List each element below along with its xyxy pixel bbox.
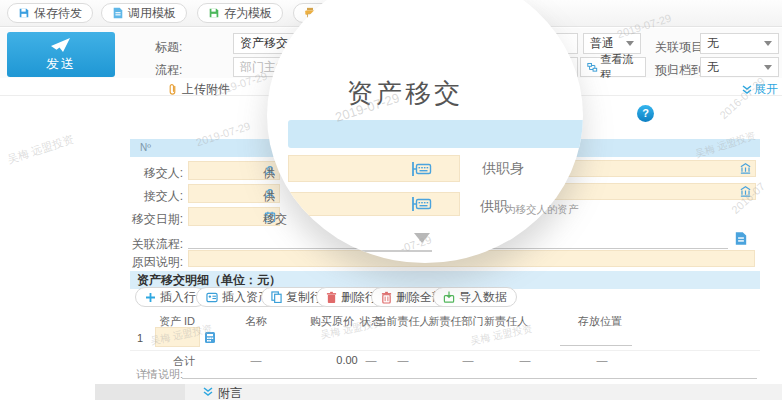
plus-icon (145, 292, 156, 303)
prearchive-value: 无 (707, 59, 719, 76)
import-icon (443, 291, 455, 303)
priority-value: 普通 (590, 35, 614, 52)
caret-down-icon (764, 41, 772, 46)
expand-link[interactable]: 展开 (742, 81, 778, 98)
organization-icon[interactable] (739, 185, 752, 198)
asset-id-input[interactable] (155, 327, 200, 347)
save-pending-button[interactable]: 保存待发 (7, 3, 93, 23)
total-price: 0.00 (336, 354, 357, 366)
import-data-button[interactable]: 导入数据 (433, 287, 517, 307)
double-chevron-down-icon (203, 387, 213, 397)
detail-note-input[interactable] (182, 368, 757, 379)
keyboard-select-icon (411, 161, 432, 177)
magnified-input-1 (288, 155, 460, 182)
paperclip-icon (167, 83, 178, 96)
hint-text: 为移交人的资产 (505, 203, 579, 217)
flow-label: 流程: (155, 62, 182, 79)
col-purchase-price: 购买原价 (310, 314, 354, 329)
save-icon (18, 7, 30, 19)
magnified-form-title: 资产移交 (347, 76, 463, 111)
postscript-label: 附言 (218, 385, 242, 400)
save-as-template-label: 存为模板 (224, 5, 272, 22)
row-index: 1 (137, 332, 143, 344)
title-label: 标题: (155, 39, 182, 56)
prearchive-label: 预归档到: (655, 62, 706, 79)
related-project-value: 无 (707, 35, 719, 52)
help-icon[interactable]: ? (637, 105, 654, 122)
organization-icon[interactable] (739, 162, 752, 175)
reason-label: 原因说明: (125, 254, 183, 271)
caret-down-icon (764, 65, 772, 70)
magnified-dropdown-arrow-icon (414, 233, 430, 243)
magnified-header-bar (288, 120, 583, 148)
template-save-icon (208, 7, 220, 19)
department-input-1[interactable] (548, 160, 756, 177)
magnified-input-2 (288, 192, 460, 216)
double-chevron-down-icon (742, 85, 752, 95)
mid-label-fragment-2: 供 (263, 188, 275, 205)
trash-all-icon (381, 291, 392, 304)
priority-select[interactable]: 普通 (583, 33, 641, 54)
form-number-label: Nº (140, 142, 151, 153)
magnified-label-2: 供职 (480, 198, 508, 216)
import-data-label: 导入数据 (459, 289, 507, 306)
col-current-owner: 当前责任人 (376, 314, 431, 329)
magnified-label-1: 供职身 (482, 160, 524, 178)
upload-attachment-label: 上传附件 (182, 81, 230, 98)
send-button[interactable]: 发送 (7, 32, 115, 77)
col-storage-location: 存放位置 (578, 314, 622, 329)
save-as-template-button[interactable]: 存为模板 (197, 3, 283, 23)
total-name: — (251, 354, 262, 366)
asset-transfer-form-screen: 保存待发 调用模板 存为模板 打印 发送 标题: 资产移交-[11.2供职部门]… (0, 0, 782, 400)
total-current-owner: — (398, 354, 409, 366)
asset-browse-icon[interactable] (204, 331, 216, 344)
save-pending-label: 保存待发 (34, 5, 82, 22)
load-template-button[interactable]: 调用模板 (101, 3, 187, 23)
department-input-2[interactable] (548, 183, 756, 200)
watermark: 吴梅 远盟投资 (5, 132, 75, 168)
detail-note-label: 详情说明: (136, 367, 183, 382)
transfer-date-label: 移交日期: (125, 211, 183, 228)
related-flow-label: 关联流程: (125, 236, 183, 253)
expand-label: 展开 (754, 81, 778, 98)
postscript-bar[interactable]: 附言 (95, 384, 782, 400)
detail-section-title: 资产移交明细（单位：元） (137, 273, 281, 287)
help-glyph: ? (642, 107, 649, 119)
trash-icon (326, 291, 337, 304)
id-card-icon (206, 292, 218, 303)
keyboard-select-icon (411, 196, 432, 212)
transferor-label: 移交人: (125, 165, 183, 182)
mid-label-fragment-1: 供 (263, 165, 275, 182)
upload-attachment-link[interactable]: 上传附件 (167, 81, 230, 98)
caret-down-icon (626, 41, 634, 46)
send-plane-icon (49, 37, 73, 53)
row-divider (130, 350, 760, 351)
view-flow-icon (587, 62, 598, 73)
magnifier-overlay: 2019-07-29 -07-29 资产移交 供职身 供职 (267, 0, 583, 263)
total-new-owner: — (520, 354, 531, 366)
load-template-label: 调用模板 (128, 5, 176, 22)
related-project-label: 关联项目: (655, 39, 706, 56)
col-name: 名称 (245, 314, 267, 329)
send-label: 发送 (46, 55, 76, 73)
receiver-label: 接交人: (125, 188, 183, 205)
col-new-owner: 新责任人 (484, 314, 528, 329)
mid-label-fragment-3: 移交 (263, 211, 287, 228)
prearchive-select[interactable]: 无 (700, 57, 779, 77)
col-new-department: 新责任部门 (429, 314, 484, 329)
copy-icon (271, 291, 282, 303)
insert-row-label: 插入行 (160, 289, 196, 306)
template-load-icon (112, 7, 124, 19)
total-status: — (366, 354, 377, 366)
postscript-left-block (95, 384, 185, 400)
related-project-select[interactable]: 无 (700, 33, 779, 54)
related-flow-doc-icon[interactable] (734, 231, 748, 246)
total-storage: — (597, 354, 608, 366)
storage-location-input[interactable] (560, 330, 632, 346)
view-flow-button[interactable]: 查看流程 (580, 57, 646, 77)
total-new-department: — (463, 354, 474, 366)
